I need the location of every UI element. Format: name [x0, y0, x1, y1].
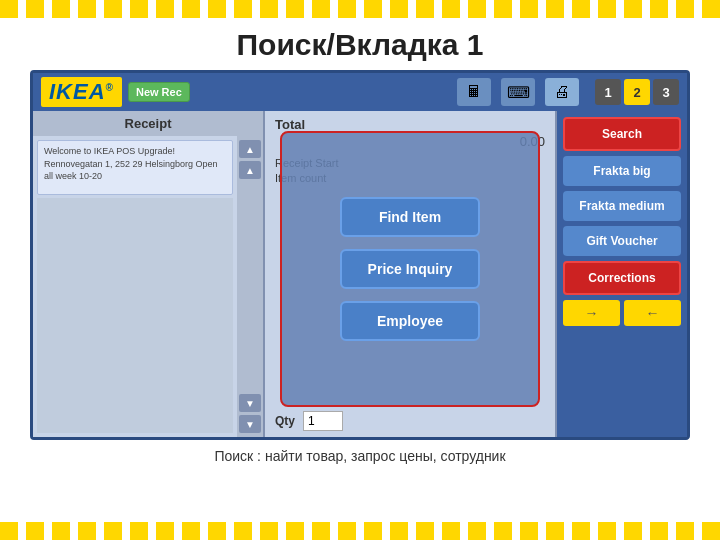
employee-button[interactable]: Employee	[340, 301, 480, 341]
ikea-logo: IKEA®	[41, 77, 122, 107]
scroll-down-2[interactable]: ▼	[239, 415, 261, 433]
frakta-big-button[interactable]: Frakta big	[563, 156, 681, 186]
popup-overlay: Find Item Price Inquiry Employee	[280, 131, 540, 407]
receipt-content: Welcome to IKEA POS Upgrade! Rennovegata…	[33, 136, 237, 437]
scroll-up-arrows: ▲ ▲	[239, 140, 261, 179]
left-inner: Welcome to IKEA POS Upgrade! Rennovegata…	[33, 136, 263, 437]
new-rec-button[interactable]: New Rec	[128, 82, 190, 102]
receipt-header: Receipt	[33, 111, 263, 136]
left-panel: Receipt Welcome to IKEA POS Upgrade! Ren…	[33, 111, 263, 437]
receipt-icon[interactable]: 🖨	[545, 78, 579, 106]
scroll-up-1[interactable]: ▲	[239, 140, 261, 158]
qty-row: Qty	[275, 411, 545, 431]
num-button-1[interactable]: 1	[595, 79, 621, 105]
price-inquiry-button[interactable]: Price Inquiry	[340, 249, 480, 289]
scroll-down-1[interactable]: ▼	[239, 394, 261, 412]
top-icons: 🖩 ⌨ 🖨	[457, 78, 579, 106]
qty-input[interactable]	[303, 411, 343, 431]
screen-topbar: IKEA® New Rec 🖩 ⌨ 🖨 1 2 3	[33, 73, 687, 111]
number-buttons: 1 2 3	[595, 79, 679, 105]
scroll-down-arrows: ▼ ▼	[239, 394, 261, 433]
page-title: Поиск/Вкладка 1	[0, 18, 720, 70]
frakta-medium-button[interactable]: Frakta medium	[563, 191, 681, 221]
bottom-stripe	[0, 522, 720, 540]
arrow-row: → ←	[563, 300, 681, 326]
arrow-left-button[interactable]: ←	[624, 300, 681, 326]
calculator-icon[interactable]: 🖩	[457, 78, 491, 106]
search-button[interactable]: Search	[563, 117, 681, 151]
middle-panel: Total 0.00 Receipt Start Item count Find…	[263, 111, 557, 437]
keyboard-icon[interactable]: ⌨	[501, 78, 535, 106]
num-button-2[interactable]: 2	[624, 79, 650, 105]
top-stripe	[0, 0, 720, 18]
find-item-button[interactable]: Find Item	[340, 197, 480, 237]
corrections-button[interactable]: Corrections	[563, 261, 681, 295]
num-button-3[interactable]: 3	[653, 79, 679, 105]
gift-voucher-button[interactable]: Gift Voucher	[563, 226, 681, 256]
screen-body: Receipt Welcome to IKEA POS Upgrade! Ren…	[33, 111, 687, 437]
bottom-caption: Поиск : найти товар, запрос цены, сотруд…	[0, 440, 720, 468]
right-panel: Search Frakta big Frakta medium Gift Vou…	[557, 111, 687, 437]
pos-screen: IKEA® New Rec 🖩 ⌨ 🖨 1 2 3 Receipt Welcom…	[30, 70, 690, 440]
receipt-list	[37, 198, 233, 433]
receipt-text-box: Welcome to IKEA POS Upgrade! Rennovegata…	[37, 140, 233, 195]
scroll-up-2[interactable]: ▲	[239, 161, 261, 179]
arrow-right-button[interactable]: →	[563, 300, 620, 326]
total-label: Total	[275, 117, 545, 132]
qty-label: Qty	[275, 414, 295, 428]
